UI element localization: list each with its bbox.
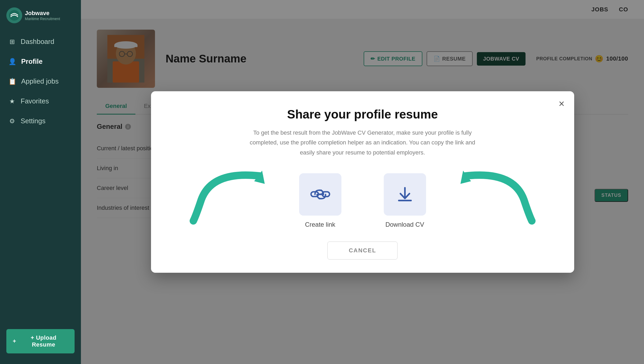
sidebar-item-settings[interactable]: ⚙ Settings <box>0 111 81 131</box>
sidebar-item-profile[interactable]: 👤 Profile <box>0 52 81 71</box>
download-cv-label: Download CV <box>385 221 424 228</box>
cancel-button[interactable]: CANCEL <box>327 242 398 260</box>
create-link-label: Create link <box>305 221 335 228</box>
sidebar-item-label: Dashboard <box>21 38 54 46</box>
sidebar-item-label: Applied jobs <box>21 77 59 85</box>
upload-icon: + <box>13 338 16 345</box>
profile-icon: 👤 <box>8 58 16 65</box>
logo-text: Jobwave Maritime Recruitment <box>25 10 60 21</box>
logo-icon <box>6 7 22 23</box>
sidebar-item-label: Favorites <box>21 97 49 105</box>
download-cv-icon-box <box>384 173 426 216</box>
create-link-option[interactable]: Create link <box>299 173 341 228</box>
modal-description: To get the best result from the JobWave … <box>244 128 482 157</box>
sidebar-item-applied-jobs[interactable]: 📋 Applied jobs <box>0 71 81 91</box>
sidebar-item-favorites[interactable]: ★ Favorites <box>0 91 81 111</box>
modal-options: Create link Download CV <box>172 173 553 228</box>
left-arrow-decoration <box>185 168 270 227</box>
sidebar-nav: ⊞ Dashboard 👤 Profile 📋 Applied jobs ★ F… <box>0 32 81 324</box>
right-arrow-decoration <box>455 168 540 227</box>
modal-title: Share your profile resume <box>172 107 553 121</box>
modal-close-button[interactable]: × <box>559 99 564 109</box>
sidebar: Jobwave Maritime Recruitment ⊞ Dashboard… <box>0 0 81 364</box>
logo-area: Jobwave Maritime Recruitment <box>0 0 81 32</box>
create-link-icon-box <box>299 173 341 216</box>
modal-dialog: × Share your profile resume To get the b… <box>151 91 574 273</box>
download-cv-option[interactable]: Download CV <box>384 173 426 228</box>
sidebar-item-dashboard[interactable]: ⊞ Dashboard <box>0 32 81 52</box>
dashboard-icon: ⊞ <box>8 38 16 46</box>
sidebar-item-label: Profile <box>21 57 43 66</box>
favorites-icon: ★ <box>8 98 16 105</box>
applied-jobs-icon: 📋 <box>8 78 16 85</box>
sidebar-item-label: Settings <box>21 117 45 125</box>
modal-overlay[interactable]: × Share your profile resume To get the b… <box>81 0 644 364</box>
main-content: JOBS CO <box>81 0 644 364</box>
upload-resume-button[interactable]: + + Upload Resume <box>6 329 75 353</box>
settings-icon: ⚙ <box>8 117 16 125</box>
